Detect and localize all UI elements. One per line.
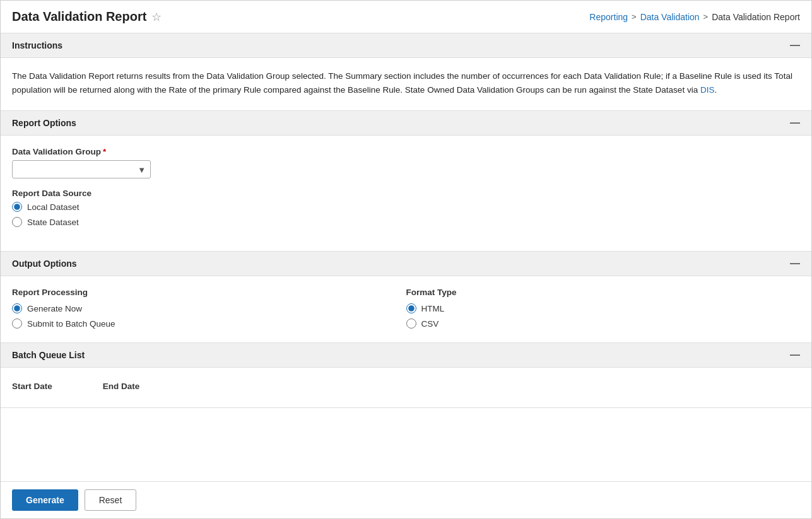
batch-queue-body: Start Date End Date: [1, 368, 811, 407]
report-options-header: Report Options —: [1, 111, 811, 136]
html-radio[interactable]: [406, 303, 416, 313]
instructions-section-header: Instructions —: [1, 33, 811, 58]
data-source-radio-group: Local Dataset State Dataset: [12, 202, 800, 227]
breadcrumb: Reporting > Data Validation > Data Valid…: [589, 12, 800, 22]
instructions-title: Instructions: [12, 40, 62, 50]
breadcrumb-sep-2: >: [703, 12, 709, 21]
reset-button[interactable]: Reset: [85, 489, 137, 511]
state-dataset-radio-item[interactable]: State Dataset: [12, 217, 800, 227]
report-processing-label: Report Processing: [12, 288, 394, 297]
report-options-collapse-icon[interactable]: —: [790, 117, 800, 129]
generate-now-radio-item[interactable]: Generate Now: [12, 303, 394, 313]
format-type-label: Format Type: [406, 288, 788, 297]
content-area: Instructions — The Data Validation Repor…: [1, 33, 811, 481]
data-validation-group-field: Data Validation Group* ▼: [12, 147, 800, 178]
format-type-col: Format Type HTML CSV: [406, 288, 801, 329]
submit-batch-label: Submit to Batch Queue: [27, 319, 115, 329]
local-dataset-radio[interactable]: [12, 202, 22, 212]
submit-batch-radio[interactable]: [12, 318, 22, 329]
batch-queue-title: Batch Queue List: [12, 350, 85, 360]
breadcrumb-data-validation[interactable]: Data Validation: [640, 12, 700, 22]
html-radio-item[interactable]: HTML: [406, 303, 788, 313]
end-date-label: End Date: [103, 382, 140, 391]
output-options-collapse-icon[interactable]: —: [790, 258, 800, 269]
batch-queue-cols: Start Date End Date: [12, 379, 800, 394]
local-dataset-radio-item[interactable]: Local Dataset: [12, 202, 800, 212]
star-icon[interactable]: ☆: [151, 10, 162, 24]
data-validation-group-select[interactable]: [12, 160, 151, 178]
app-container: Data Validation Report ☆ Reporting > Dat…: [0, 0, 812, 519]
output-options-body: Report Processing Generate Now Submit to…: [1, 276, 811, 342]
batch-queue-header: Batch Queue List —: [1, 343, 811, 368]
report-options-section: Report Options — Data Validation Group* …: [1, 111, 811, 252]
report-options-body: Data Validation Group* ▼ Report Data Sou…: [1, 136, 811, 251]
submit-batch-radio-item[interactable]: Submit to Batch Queue: [12, 318, 394, 329]
html-label: HTML: [421, 304, 445, 313]
generate-button[interactable]: Generate: [12, 489, 78, 511]
state-dataset-radio[interactable]: [12, 217, 22, 227]
breadcrumb-sep-1: >: [632, 12, 637, 21]
csv-radio[interactable]: [406, 318, 416, 329]
output-options-section: Output Options — Report Processing Gener…: [1, 252, 811, 343]
header: Data Validation Report ☆ Reporting > Dat…: [1, 1, 811, 33]
instructions-collapse-icon[interactable]: —: [790, 40, 800, 51]
csv-radio-item[interactable]: CSV: [406, 318, 788, 329]
report-processing-col: Report Processing Generate Now Submit to…: [12, 288, 406, 329]
local-dataset-label: Local Dataset: [27, 202, 79, 212]
report-processing-radio-group: Generate Now Submit to Batch Queue: [12, 303, 394, 329]
state-dataset-label: State Dataset: [27, 218, 79, 227]
csv-label: CSV: [421, 319, 439, 329]
instructions-body: The Data Validation Report returns resul…: [1, 58, 811, 110]
data-validation-group-label: Data Validation Group*: [12, 147, 800, 156]
report-data-source-field: Report Data Source Local Dataset State D…: [12, 189, 800, 227]
required-star: *: [103, 147, 106, 156]
breadcrumb-current: Data Validation Report: [712, 12, 800, 22]
footer: Generate Reset: [1, 481, 811, 518]
page-title: Data Validation Report: [12, 9, 146, 24]
batch-queue-section: Batch Queue List — Start Date End Date: [1, 343, 811, 408]
generate-now-label: Generate Now: [27, 304, 82, 313]
instructions-section: Instructions — The Data Validation Repor…: [1, 33, 811, 111]
output-options-title: Output Options: [12, 259, 77, 269]
batch-queue-collapse-icon[interactable]: —: [790, 349, 800, 361]
report-options-title: Report Options: [12, 118, 76, 128]
report-data-source-label: Report Data Source: [12, 189, 800, 198]
start-date-label: Start Date: [12, 382, 52, 391]
output-options-two-col: Report Processing Generate Now Submit to…: [12, 288, 800, 329]
generate-now-radio[interactable]: [12, 303, 22, 313]
dis-link[interactable]: DIS: [700, 85, 715, 95]
output-options-header: Output Options —: [1, 252, 811, 276]
data-validation-group-dropdown-wrapper: ▼: [12, 160, 151, 178]
instructions-text: The Data Validation Report returns resul…: [12, 69, 800, 96]
breadcrumb-reporting[interactable]: Reporting: [589, 12, 628, 22]
format-type-radio-group: HTML CSV: [406, 303, 788, 329]
header-left: Data Validation Report ☆: [12, 9, 162, 24]
